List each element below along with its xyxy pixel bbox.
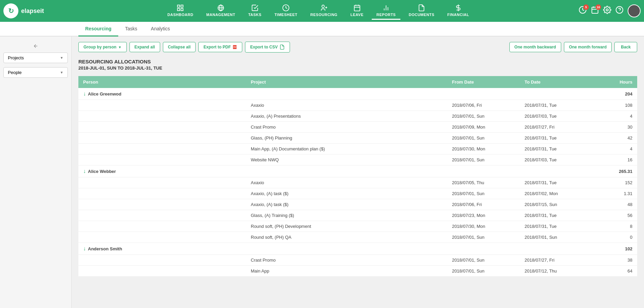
nav-resourcing[interactable]: RESOURCING [306,2,342,20]
toolbar-right: One month backward One month forward Bac… [509,42,637,52]
timer-badge: 5 [583,4,589,10]
logo[interactable]: ↻ elapseit [3,3,58,18]
group-by-caret-icon: ▼ [118,45,122,49]
to-date-cell: 2018/07/12, Thu [520,266,593,277]
top-nav: ↻ elapseit DASHBOARD MANAGEMENT TASKS TI… [0,0,644,22]
table-row: Axaxio, (A) task ($) 2018/07/01, Sun 201… [78,188,637,199]
table-row: ↓ Alice Greenwod 204 [78,88,637,100]
hours-cell: 4 [593,111,637,122]
svg-point-7 [322,5,324,8]
main-container: Projects ▼ People ▼ Group by person ▼ Ex… [0,36,644,308]
hours-cell: 4 [593,144,637,155]
project-cell: Website NWQ [246,155,447,165]
export-csv-button[interactable]: Export to CSV [245,42,290,53]
to-date-cell: 2018/07/31, Tue [520,210,593,221]
table-row: Axaxio, (A) Presentations 2018/07/01, Su… [78,111,637,122]
one-month-forward-button[interactable]: One month forward [564,42,612,52]
col-hours: Hours [593,76,637,88]
from-date-cell: 2018/07/06, Fri [447,199,520,210]
help-button[interactable] [615,6,624,16]
from-date-cell: 2018/07/05, Thu [447,177,520,188]
from-date-cell: 2018/07/01, Sun [447,266,520,277]
nav-financial[interactable]: FINANCIAL [443,2,474,20]
col-project: Project [246,76,447,88]
nav-leave[interactable]: LEAVE [346,2,368,20]
report-subtitle: 2018-JUL-01, SUN TO 2018-JUL-31, TUE [78,65,637,71]
avatar[interactable] [628,4,641,17]
svg-text:PDF: PDF [233,46,236,48]
calendar-button[interactable]: 16 [591,6,599,16]
to-date-cell: 2018/07/31, Tue [520,133,593,144]
to-date-cell: 2018/07/27, Fri [520,255,593,266]
to-date-cell: 2018/07/15, Sun [520,199,593,210]
hours-cell: 152 [593,177,637,188]
project-cell: Main App, (A) Documentation plan ($) [246,144,447,155]
group-by-person-button[interactable]: Group by person ▼ [78,42,127,52]
hours-cell: 16 [593,155,637,165]
project-cell: Round soft, (PH) QA [246,232,447,243]
report-title: RESOURCING ALLOCATIONS [78,59,637,64]
from-date-cell: 2018/07/01, Sun [447,232,520,243]
hours-cell: 8 [593,221,637,232]
table-row: Axaxio 2018/07/06, Fri 2018/07/31, Tue 1… [78,100,637,111]
expand-person-icon[interactable]: ↓ [83,168,86,174]
nav-dashboard[interactable]: DASHBOARD [163,2,198,20]
hours-cell: 56 [593,210,637,221]
svg-rect-0 [178,5,180,7]
back-button[interactable]: Back [614,42,637,52]
expand-person-icon[interactable]: ↓ [83,91,86,97]
project-cell: Crast Promo [246,122,447,133]
nav-items: DASHBOARD MANAGEMENT TASKS TIMESHEET RES… [58,2,579,20]
svg-rect-1 [181,5,183,7]
svg-rect-3 [181,9,183,11]
nav-tasks[interactable]: TASKS [243,2,266,20]
from-date-cell: 2018/07/01, Sun [447,188,520,199]
pdf-icon: PDF [232,45,237,49]
expand-all-button[interactable]: Expand all [129,42,160,52]
projects-caret-icon: ▼ [60,56,63,60]
nav-reports[interactable]: REPORTS [372,2,401,20]
app-name: elapseit [21,8,44,15]
export-pdf-button[interactable]: Export to PDF PDF [198,42,242,52]
table-row: Round soft, (PH) Development 2018/07/30,… [78,221,637,232]
col-to-date: To Date [520,76,593,88]
hours-cell: 0 [593,232,637,243]
expand-person-icon[interactable]: ↓ [83,246,86,252]
projects-filter-button[interactable]: Projects ▼ [3,53,68,63]
nav-management[interactable]: MANAGEMENT [201,2,240,20]
person-name-cell: ↓ Alice Webber [78,165,246,177]
tab-analytics[interactable]: Analytics [144,22,177,36]
people-caret-icon: ▼ [60,71,63,74]
timer-button[interactable]: 5 [579,6,587,16]
hours-cell: 64 [593,266,637,277]
table-row: Axaxio, (A) task ($) 2018/07/06, Fri 201… [78,199,637,210]
svg-rect-2 [178,9,180,11]
nav-timesheet[interactable]: TIMESHEET [270,2,302,20]
to-date-cell: 2018/07/02, Mon [520,188,593,199]
sidebar-collapse-icon[interactable] [33,43,39,49]
one-month-backward-button[interactable]: One month backward [509,42,561,52]
to-date-cell: 2018/07/27, Fri [520,122,593,133]
settings-button[interactable] [603,6,611,16]
project-cell: Axaxio, (A) Presentations [246,111,447,122]
to-date-cell: 2018/07/03, Tue [520,155,593,165]
logo-circle: ↻ [3,3,18,18]
hours-cell: 48 [593,199,637,210]
to-date-cell: 2018/07/31, Tue [520,100,593,111]
nav-documents[interactable]: DOCUMENTS [404,2,439,20]
table-row: Main App, (A) Documentation plan ($) 201… [78,144,637,155]
tab-resourcing[interactable]: Resourcing [78,22,118,36]
csv-icon [279,44,285,50]
to-date-cell: 2018/07/31, Tue [520,221,593,232]
table-row: Crast Promo 2018/07/01, Sun 2018/07/27, … [78,255,637,266]
project-cell: Glass, (A) Training ($) [246,210,447,221]
to-date-cell: 2018/07/31, Tue [520,144,593,155]
svg-point-23 [606,9,608,11]
from-date-cell: 2018/07/01, Sun [447,111,520,122]
from-date-cell: 2018/07/09, Mon [447,122,520,133]
people-filter-button[interactable]: People ▼ [3,67,68,78]
tab-tasks[interactable]: Tasks [118,22,144,36]
table-row: Glass, (PH) Planning 2018/07/01, Sun 201… [78,133,637,144]
person-name-cell: ↓ Anderson Smith [78,243,246,254]
collapse-all-button[interactable]: Collapse all [163,42,196,52]
